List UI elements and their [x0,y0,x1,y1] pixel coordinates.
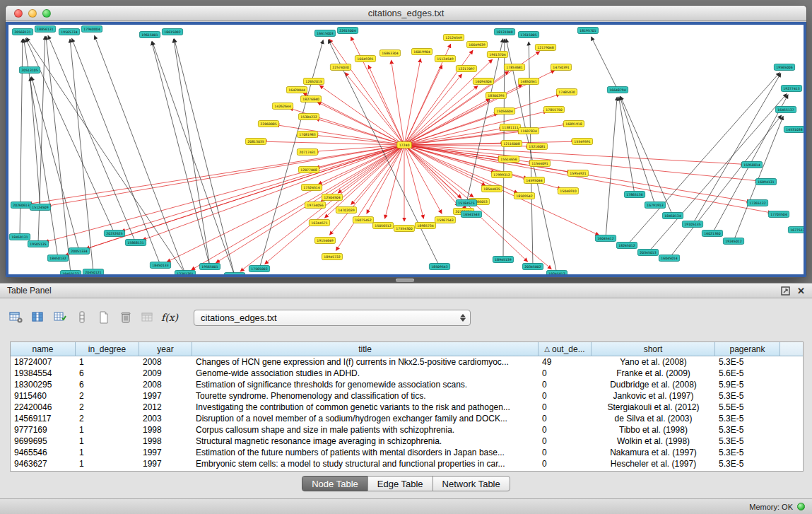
graph-edge[interactable] [503,39,505,259]
graph-edge[interactable] [167,145,404,262]
graph-node[interactable]: 17940004 [81,26,102,33]
graph-node[interactable]: 18945732 [322,254,342,260]
graph-node[interactable]: 15868131 [125,240,146,246]
graph-node[interactable]: 19105135 [682,221,702,228]
graph-node[interactable]: 18450133 [150,262,170,269]
table-row[interactable]: 1456911722003Disruption of a novel membe… [11,413,803,424]
graph-edge[interactable] [316,119,404,145]
graph-node[interactable]: 18509543 [429,264,449,270]
graph-node[interactable]: 19450122 [60,271,81,276]
zoom-window-button[interactable] [42,9,51,18]
graph-node[interactable]: 19277413 [781,86,801,92]
column-header-out_de[interactable]: △out_de... [539,342,592,356]
graph-edge[interactable] [174,39,210,267]
graph-node[interactable]: 12179048 [535,45,555,51]
graph-node[interactable]: 16019904 [411,49,432,55]
graph-edge[interactable] [404,59,420,145]
graph-edge[interactable] [28,145,404,204]
graph-edge[interactable] [404,94,560,145]
graph-node[interactable]: 18544035 [481,186,502,192]
graph-node[interactable]: 16344571 [309,220,329,226]
table-row[interactable]: 969969511998Structural magnetic resonanc… [11,436,803,447]
graph-node[interactable]: 22060085 [258,121,278,127]
float-panel-icon[interactable] [781,286,790,296]
show-columns-icon[interactable] [29,308,47,327]
graph-node[interactable]: 19245013 [546,271,567,276]
graph-node[interactable]: 20232625 [104,230,124,237]
graph-edge[interactable] [314,135,404,145]
minimize-window-button[interactable] [28,9,37,18]
graph-node[interactable]: 18615002 [162,29,182,35]
graph-node[interactable]: 16649391 [355,56,375,62]
graph-node[interactable]: 19154649 [314,238,335,244]
graph-edge[interactable] [47,145,404,206]
graph-node[interactable]: 17855750 [543,107,564,113]
column-header-in_degree[interactable]: in_degree [76,342,139,356]
graph-node[interactable]: 17485030 [556,89,577,95]
graph-node[interactable]: 20450121 [83,269,103,276]
graph-node[interactable]: 22615004 [337,28,358,34]
graph-node[interactable]: 16775138 [788,227,804,233]
graph-edge[interactable] [27,37,185,274]
create-column-icon[interactable] [95,308,113,327]
graph-node[interactable]: 16791913 [645,202,665,209]
graph-node[interactable]: 15056604 [494,108,514,115]
table-row[interactable]: 946362711997Embryonic stem cells: a mode… [11,458,803,469]
graph-node[interactable]: 12124549 [443,35,464,41]
graph-node[interactable]: 17703504 [768,211,789,218]
graph-edge[interactable] [619,97,635,194]
graph-node[interactable]: 16094131 [755,179,776,185]
graph-node[interactable]: 17240 [397,142,412,148]
graph-node[interactable]: 15304232 [298,114,319,120]
column-header-title[interactable]: title [192,342,539,356]
graph-node[interactable]: 17865136 [624,192,645,198]
edit-columns-icon[interactable] [51,308,69,327]
graph-node[interactable]: 18131040 [494,29,514,35]
network-view[interactable]: 1724016019904151245491221709716094304183… [6,22,806,277]
graph-node[interactable]: 17615005 [518,32,539,38]
graph-node[interactable]: 18245012 [616,243,637,249]
table-row[interactable]: 1830029562008Estimation of significance … [11,379,803,390]
graph-node[interactable]: 18985734 [415,223,435,229]
graph-node[interactable]: 16091918 [563,121,584,127]
column-header-short[interactable]: short [592,342,715,356]
graph-node[interactable]: 14702039 [336,207,356,214]
graph-node[interactable]: 20717431 [297,149,317,156]
delete-column-icon[interactable] [117,308,135,327]
graph-edge[interactable] [30,77,40,207]
table-row[interactable]: 946554611997Estimation of the future num… [11,447,803,458]
graph-node[interactable]: 16648794 [607,87,628,93]
graph-node[interactable]: 15549591 [572,139,592,145]
graph-node[interactable]: 18450134 [662,213,683,219]
graph-node[interactable]: 18945139 [493,257,513,263]
graph-node[interactable]: 12652015 [303,78,324,85]
graph-node[interactable]: 14850341 [518,78,539,85]
network-canvas[interactable]: 1724016019904151245491221709716094304183… [8,25,804,276]
graph-edge[interactable] [175,39,235,276]
graph-node[interactable]: 16420044 [286,87,307,93]
graph-edge[interactable] [338,145,404,193]
graph-node[interactable]: 17554300 [394,226,414,232]
graph-node[interactable]: 19734056 [305,202,325,209]
graph-edge[interactable] [404,145,442,214]
graph-node[interactable]: 18509542 [514,193,534,199]
graph-node[interactable]: 19565006 [774,64,794,71]
graph-edge[interactable] [70,39,93,272]
graph-edge[interactable] [620,97,655,206]
graph-node[interactable]: 14262644 [272,103,293,110]
graph-node[interactable]: 17524514 [301,185,322,191]
graph-node[interactable]: 17853681 [504,64,524,71]
graph-node[interactable]: 15967543 [435,217,455,223]
graph-node[interactable]: 19613704 [487,52,507,58]
graph-edge[interactable] [48,35,136,243]
table-row[interactable]: 1938455462009Genome-wide association stu… [11,368,803,379]
tab-node-table[interactable]: Node Table [302,476,368,491]
graph-node[interactable]: 16455137 [775,107,796,113]
graph-node[interactable]: 12504504 [322,194,342,201]
table-selector-dropdown[interactable]: citations_edges.txt [194,310,471,326]
graph-node[interactable]: 17565003 [249,266,269,272]
graph-node[interactable]: 20568131 [12,29,33,35]
graph-node[interactable]: 11544091 [529,160,550,167]
column-header-name[interactable]: name [11,342,76,356]
graph-node[interactable]: 18450132 [47,255,68,262]
